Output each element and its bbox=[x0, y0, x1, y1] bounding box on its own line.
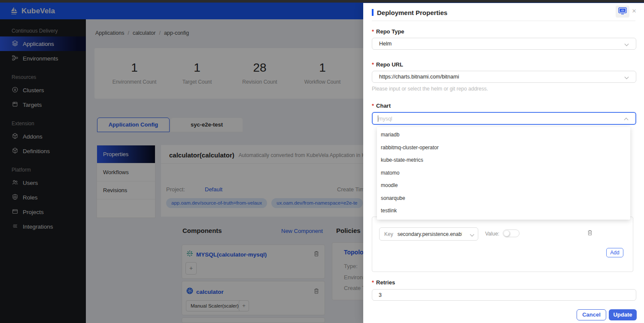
repo-url-helper: Please input or select the helm or git r… bbox=[372, 86, 488, 92]
chart-combobox bbox=[372, 112, 636, 125]
chevron-down-icon bbox=[470, 232, 474, 237]
value-toggle[interactable] bbox=[503, 229, 519, 237]
chevron-down-icon bbox=[625, 75, 629, 79]
repo-type-label: *Repo Type bbox=[372, 28, 404, 35]
divider bbox=[372, 21, 635, 21]
chart-input[interactable] bbox=[378, 114, 619, 124]
cancel-button[interactable]: Cancel bbox=[577, 309, 606, 320]
required-marker: * bbox=[372, 28, 374, 35]
retries-input[interactable] bbox=[372, 289, 636, 301]
required-marker: * bbox=[372, 103, 374, 109]
option-sonarqube[interactable]: sonarqube bbox=[377, 192, 630, 205]
repo-url-value: https://charts.bitnami.com/bitnami bbox=[379, 74, 459, 80]
field-label-text: Chart bbox=[376, 103, 391, 109]
key-value: secondary.persistence.enabl... bbox=[398, 231, 462, 237]
retries-label: *Retries bbox=[372, 279, 395, 286]
field-label-text: Retries bbox=[376, 279, 395, 286]
window-top-strip bbox=[0, 0, 644, 3]
close-icon[interactable]: × bbox=[632, 7, 636, 15]
add-value-button[interactable]: Add bbox=[606, 248, 623, 257]
repo-type-value: Helm bbox=[379, 41, 392, 47]
option-kube-state-metrics[interactable]: kube-state-metrics bbox=[377, 154, 630, 167]
field-label-text: Repo URL bbox=[376, 61, 403, 68]
deployment-properties-drawer: Deployment Properties </> × *Repo Type H… bbox=[363, 3, 644, 323]
title-accent-bar bbox=[372, 9, 374, 16]
option-matomo[interactable]: matomo bbox=[377, 167, 630, 180]
chart-options-dropdown: mariadb rabbitmq-cluster-operator kube-s… bbox=[377, 127, 630, 220]
field-label-text: Repo Type bbox=[376, 28, 404, 35]
value-label: Value: bbox=[485, 231, 499, 237]
chart-label: *Chart bbox=[372, 103, 391, 109]
toggle-knob bbox=[504, 230, 510, 236]
chevron-down-icon bbox=[625, 42, 629, 46]
option-moodle[interactable]: moodle bbox=[377, 179, 630, 192]
chevron-up-icon bbox=[624, 118, 629, 122]
option-rabbitmq-cluster-operator[interactable]: rabbitmq-cluster-operator bbox=[377, 142, 630, 154]
repo-url-select[interactable]: https://charts.bitnami.com/bitnami bbox=[372, 71, 636, 83]
repo-type-select[interactable]: Helm bbox=[372, 38, 636, 50]
svg-text:</>: </> bbox=[621, 9, 624, 12]
option-mariadb[interactable]: mariadb bbox=[377, 129, 630, 142]
update-button[interactable]: Update bbox=[609, 309, 637, 320]
required-marker: * bbox=[372, 279, 374, 286]
required-marker: * bbox=[372, 61, 374, 68]
code-icon: </> bbox=[618, 7, 627, 16]
value-key-select[interactable]: Key secondary.persistence.enabl... bbox=[379, 227, 478, 241]
drawer-title: Deployment Properties bbox=[377, 9, 447, 16]
set-values-group: Key secondary.persistence.enabl... Value… bbox=[372, 217, 633, 272]
repo-url-label: *Repo URL bbox=[372, 61, 403, 68]
delete-value-icon[interactable] bbox=[587, 229, 593, 238]
key-label: Key bbox=[384, 231, 393, 237]
edit-yaml-button[interactable]: </> bbox=[616, 6, 629, 18]
option-testlink[interactable]: testlink bbox=[377, 205, 630, 217]
